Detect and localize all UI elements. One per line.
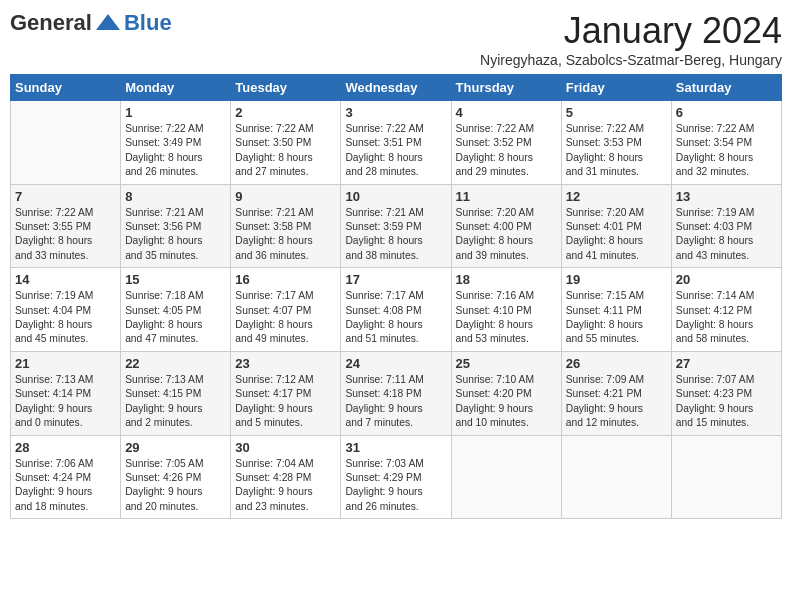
day-number: 9 xyxy=(235,189,336,204)
logo-blue-text: Blue xyxy=(124,10,172,36)
week-row-5: 28Sunrise: 7:06 AMSunset: 4:24 PMDayligh… xyxy=(11,435,782,519)
calendar-cell xyxy=(11,101,121,185)
day-header-thursday: Thursday xyxy=(451,75,561,101)
day-number: 10 xyxy=(345,189,446,204)
calendar-cell xyxy=(451,435,561,519)
cell-details: Sunrise: 7:17 AMSunset: 4:08 PMDaylight:… xyxy=(345,289,446,347)
calendar-cell: 18Sunrise: 7:16 AMSunset: 4:10 PMDayligh… xyxy=(451,268,561,352)
day-number: 7 xyxy=(15,189,116,204)
day-number: 21 xyxy=(15,356,116,371)
calendar-cell: 22Sunrise: 7:13 AMSunset: 4:15 PMDayligh… xyxy=(121,351,231,435)
cell-details: Sunrise: 7:18 AMSunset: 4:05 PMDaylight:… xyxy=(125,289,226,347)
calendar-cell: 28Sunrise: 7:06 AMSunset: 4:24 PMDayligh… xyxy=(11,435,121,519)
calendar-cell: 25Sunrise: 7:10 AMSunset: 4:20 PMDayligh… xyxy=(451,351,561,435)
calendar-cell: 24Sunrise: 7:11 AMSunset: 4:18 PMDayligh… xyxy=(341,351,451,435)
logo: General Blue xyxy=(10,10,172,36)
calendar-cell: 27Sunrise: 7:07 AMSunset: 4:23 PMDayligh… xyxy=(671,351,781,435)
cell-details: Sunrise: 7:21 AMSunset: 3:56 PMDaylight:… xyxy=(125,206,226,264)
cell-details: Sunrise: 7:21 AMSunset: 3:58 PMDaylight:… xyxy=(235,206,336,264)
calendar-cell: 5Sunrise: 7:22 AMSunset: 3:53 PMDaylight… xyxy=(561,101,671,185)
calendar-cell: 4Sunrise: 7:22 AMSunset: 3:52 PMDaylight… xyxy=(451,101,561,185)
day-number: 6 xyxy=(676,105,777,120)
calendar-cell: 8Sunrise: 7:21 AMSunset: 3:56 PMDaylight… xyxy=(121,184,231,268)
cell-details: Sunrise: 7:10 AMSunset: 4:20 PMDaylight:… xyxy=(456,373,557,431)
cell-details: Sunrise: 7:09 AMSunset: 4:21 PMDaylight:… xyxy=(566,373,667,431)
cell-details: Sunrise: 7:04 AMSunset: 4:28 PMDaylight:… xyxy=(235,457,336,515)
day-header-monday: Monday xyxy=(121,75,231,101)
calendar-cell: 23Sunrise: 7:12 AMSunset: 4:17 PMDayligh… xyxy=(231,351,341,435)
logo-general-text: General xyxy=(10,10,92,36)
calendar-cell: 26Sunrise: 7:09 AMSunset: 4:21 PMDayligh… xyxy=(561,351,671,435)
day-number: 27 xyxy=(676,356,777,371)
day-number: 2 xyxy=(235,105,336,120)
calendar-cell: 30Sunrise: 7:04 AMSunset: 4:28 PMDayligh… xyxy=(231,435,341,519)
calendar-cell: 2Sunrise: 7:22 AMSunset: 3:50 PMDaylight… xyxy=(231,101,341,185)
day-header-friday: Friday xyxy=(561,75,671,101)
cell-details: Sunrise: 7:12 AMSunset: 4:17 PMDaylight:… xyxy=(235,373,336,431)
day-number: 24 xyxy=(345,356,446,371)
calendar-cell: 11Sunrise: 7:20 AMSunset: 4:00 PMDayligh… xyxy=(451,184,561,268)
cell-details: Sunrise: 7:13 AMSunset: 4:14 PMDaylight:… xyxy=(15,373,116,431)
cell-details: Sunrise: 7:22 AMSunset: 3:52 PMDaylight:… xyxy=(456,122,557,180)
calendar-cell: 1Sunrise: 7:22 AMSunset: 3:49 PMDaylight… xyxy=(121,101,231,185)
calendar-header-row: SundayMondayTuesdayWednesdayThursdayFrid… xyxy=(11,75,782,101)
cell-details: Sunrise: 7:20 AMSunset: 4:00 PMDaylight:… xyxy=(456,206,557,264)
calendar-cell: 7Sunrise: 7:22 AMSunset: 3:55 PMDaylight… xyxy=(11,184,121,268)
day-header-saturday: Saturday xyxy=(671,75,781,101)
cell-details: Sunrise: 7:22 AMSunset: 3:49 PMDaylight:… xyxy=(125,122,226,180)
day-number: 16 xyxy=(235,272,336,287)
title-block: January 2024 Nyiregyhaza, Szabolcs-Szatm… xyxy=(480,10,782,68)
day-number: 26 xyxy=(566,356,667,371)
day-number: 13 xyxy=(676,189,777,204)
calendar-cell: 14Sunrise: 7:19 AMSunset: 4:04 PMDayligh… xyxy=(11,268,121,352)
week-row-3: 14Sunrise: 7:19 AMSunset: 4:04 PMDayligh… xyxy=(11,268,782,352)
day-header-tuesday: Tuesday xyxy=(231,75,341,101)
day-number: 23 xyxy=(235,356,336,371)
cell-details: Sunrise: 7:22 AMSunset: 3:51 PMDaylight:… xyxy=(345,122,446,180)
cell-details: Sunrise: 7:22 AMSunset: 3:55 PMDaylight:… xyxy=(15,206,116,264)
day-number: 15 xyxy=(125,272,226,287)
day-number: 20 xyxy=(676,272,777,287)
svg-marker-0 xyxy=(96,14,120,30)
calendar-cell: 17Sunrise: 7:17 AMSunset: 4:08 PMDayligh… xyxy=(341,268,451,352)
calendar-cell: 10Sunrise: 7:21 AMSunset: 3:59 PMDayligh… xyxy=(341,184,451,268)
day-number: 30 xyxy=(235,440,336,455)
calendar-table: SundayMondayTuesdayWednesdayThursdayFrid… xyxy=(10,74,782,519)
day-number: 29 xyxy=(125,440,226,455)
cell-details: Sunrise: 7:19 AMSunset: 4:04 PMDaylight:… xyxy=(15,289,116,347)
cell-details: Sunrise: 7:22 AMSunset: 3:53 PMDaylight:… xyxy=(566,122,667,180)
cell-details: Sunrise: 7:11 AMSunset: 4:18 PMDaylight:… xyxy=(345,373,446,431)
day-number: 22 xyxy=(125,356,226,371)
cell-details: Sunrise: 7:21 AMSunset: 3:59 PMDaylight:… xyxy=(345,206,446,264)
week-row-1: 1Sunrise: 7:22 AMSunset: 3:49 PMDaylight… xyxy=(11,101,782,185)
cell-details: Sunrise: 7:05 AMSunset: 4:26 PMDaylight:… xyxy=(125,457,226,515)
calendar-cell: 13Sunrise: 7:19 AMSunset: 4:03 PMDayligh… xyxy=(671,184,781,268)
calendar-cell: 31Sunrise: 7:03 AMSunset: 4:29 PMDayligh… xyxy=(341,435,451,519)
day-number: 1 xyxy=(125,105,226,120)
calendar-cell: 21Sunrise: 7:13 AMSunset: 4:14 PMDayligh… xyxy=(11,351,121,435)
day-header-wednesday: Wednesday xyxy=(341,75,451,101)
calendar-cell xyxy=(561,435,671,519)
calendar-cell: 12Sunrise: 7:20 AMSunset: 4:01 PMDayligh… xyxy=(561,184,671,268)
cell-details: Sunrise: 7:06 AMSunset: 4:24 PMDaylight:… xyxy=(15,457,116,515)
cell-details: Sunrise: 7:07 AMSunset: 4:23 PMDaylight:… xyxy=(676,373,777,431)
day-number: 5 xyxy=(566,105,667,120)
day-number: 17 xyxy=(345,272,446,287)
day-number: 14 xyxy=(15,272,116,287)
cell-details: Sunrise: 7:17 AMSunset: 4:07 PMDaylight:… xyxy=(235,289,336,347)
page-header: General Blue January 2024 Nyiregyhaza, S… xyxy=(10,10,782,68)
cell-details: Sunrise: 7:20 AMSunset: 4:01 PMDaylight:… xyxy=(566,206,667,264)
day-number: 8 xyxy=(125,189,226,204)
cell-details: Sunrise: 7:19 AMSunset: 4:03 PMDaylight:… xyxy=(676,206,777,264)
calendar-cell: 3Sunrise: 7:22 AMSunset: 3:51 PMDaylight… xyxy=(341,101,451,185)
month-title: January 2024 xyxy=(480,10,782,52)
cell-details: Sunrise: 7:22 AMSunset: 3:50 PMDaylight:… xyxy=(235,122,336,180)
logo-icon xyxy=(94,12,122,34)
day-number: 28 xyxy=(15,440,116,455)
cell-details: Sunrise: 7:14 AMSunset: 4:12 PMDaylight:… xyxy=(676,289,777,347)
week-row-4: 21Sunrise: 7:13 AMSunset: 4:14 PMDayligh… xyxy=(11,351,782,435)
day-number: 11 xyxy=(456,189,557,204)
day-number: 18 xyxy=(456,272,557,287)
day-number: 19 xyxy=(566,272,667,287)
calendar-cell: 19Sunrise: 7:15 AMSunset: 4:11 PMDayligh… xyxy=(561,268,671,352)
